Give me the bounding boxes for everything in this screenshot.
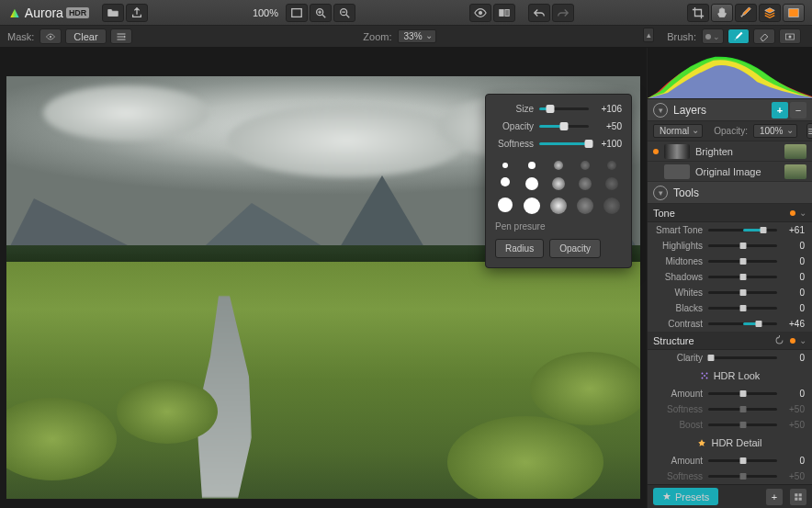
hdr-look-label: Softness (655, 404, 703, 414)
preset-menu-button[interactable] (790, 489, 806, 505)
hdr-look-value: 0 (783, 389, 805, 399)
export-button[interactable] (126, 4, 148, 22)
brush-preset[interactable] (552, 177, 565, 190)
svg-point-13 (705, 378, 707, 379)
image-canvas[interactable]: Size +106 Opacity +50 Softness +100 (0, 48, 647, 508)
structure-section-header[interactable]: Structure ⌄ (648, 332, 812, 350)
paint-brush-button[interactable] (727, 28, 750, 44)
tone-section-header[interactable]: Tone ⌄ (648, 204, 812, 222)
clear-mask-button[interactable]: Clear (65, 28, 106, 44)
brush-preset[interactable] (577, 198, 593, 214)
tone-slider[interactable] (708, 229, 777, 231)
redo-button[interactable] (552, 4, 574, 22)
clarity-slider[interactable] (708, 356, 777, 359)
undo-button[interactable] (528, 4, 550, 22)
blend-mode-dropdown[interactable]: Normal (653, 124, 703, 138)
crop-tool-button[interactable] (687, 4, 709, 22)
brush-preset[interactable] (498, 198, 513, 212)
preview-toggle-button[interactable] (469, 4, 491, 22)
modified-indicator-icon (790, 210, 795, 216)
presets-button[interactable]: ★ Presets (653, 488, 718, 505)
hdr-look-label: Boost (655, 420, 703, 430)
gradient-mask-button[interactable] (779, 28, 801, 44)
brush-tool-button[interactable] (735, 4, 757, 22)
layers-tool-button[interactable] (759, 4, 781, 22)
layers-panel-header: ▾ Layers + − (648, 99, 812, 121)
layer-active-icon (653, 149, 659, 154)
brush-preset[interactable] (525, 177, 538, 190)
logo-icon: ▲ (7, 5, 22, 21)
brush-opacity-slider[interactable] (539, 125, 589, 128)
brush-opacity-label: Opacity (495, 121, 534, 131)
brush-preset[interactable] (502, 163, 508, 168)
svg-rect-18 (799, 497, 802, 500)
tone-slider[interactable] (708, 244, 777, 247)
open-file-button[interactable] (102, 4, 124, 22)
svg-point-7 (50, 35, 51, 37)
histogram[interactable] (648, 48, 812, 99)
reset-icon[interactable] (774, 335, 784, 345)
brush-size-slider[interactable] (539, 107, 589, 110)
remove-layer-button[interactable]: − (790, 102, 806, 119)
svg-point-9 (789, 35, 792, 38)
eraser-button[interactable] (753, 28, 775, 44)
modified-indicator-icon (790, 338, 795, 344)
layers-disclosure-icon[interactable]: ▾ (653, 103, 668, 118)
brush-softness-value: +100 (594, 139, 622, 149)
zoom-label: Zoom: (363, 31, 391, 42)
add-layer-button[interactable]: + (772, 102, 788, 119)
mask-visibility-toggle[interactable] (39, 28, 62, 44)
svg-point-11 (705, 373, 707, 375)
hdr-detail-label: Softness (655, 471, 703, 481)
layer-preview-thumb (784, 164, 806, 179)
brush-preset[interactable] (607, 161, 616, 170)
tone-label: Contrast (655, 319, 703, 329)
svg-point-14 (704, 375, 705, 377)
mask-options-dropdown[interactable] (110, 28, 132, 44)
brush-preset[interactable] (528, 162, 536, 169)
brush-preset[interactable] (605, 177, 618, 190)
pen-opacity-button[interactable]: Opacity (549, 239, 601, 258)
histogram-tool-button[interactable] (783, 4, 805, 22)
tools-panel-header: ▾ Tools (648, 182, 812, 204)
hdr-detail-slider[interactable] (708, 459, 777, 462)
layer-menu-button[interactable] (806, 123, 813, 139)
add-preset-button[interactable]: + (766, 489, 783, 505)
tone-slider[interactable] (708, 307, 777, 310)
brush-preset[interactable] (603, 198, 620, 214)
layer-opacity-dropdown[interactable]: 100% (753, 124, 797, 138)
hdr-look-slider[interactable] (708, 392, 777, 395)
brush-softness-label: Softness (495, 139, 534, 149)
pen-radius-button[interactable]: Radius (495, 239, 544, 258)
tone-slider[interactable] (708, 260, 777, 263)
brush-preset[interactable] (550, 198, 567, 214)
brush-preset[interactable] (554, 161, 563, 170)
zoom-out-button[interactable] (333, 4, 355, 22)
tone-slider[interactable] (708, 322, 777, 325)
sidebar-collapse-button[interactable]: ▴ (643, 28, 654, 42)
tools-disclosure-icon[interactable]: ▾ (653, 186, 668, 200)
tone-slider[interactable] (708, 276, 777, 278)
hdr-look-label: HDR Look (648, 366, 812, 386)
brush-preset[interactable] (579, 177, 592, 190)
brush-preset[interactable] (524, 198, 540, 214)
zoom-dropdown[interactable]: 33% (398, 29, 436, 43)
brush-preset[interactable] (581, 161, 590, 170)
brush-preset-dropdown[interactable]: ⌄ (702, 28, 724, 44)
svg-point-10 (701, 373, 703, 375)
fit-screen-button[interactable] (286, 4, 308, 22)
pen-pressure-label: Pen presure (495, 221, 622, 231)
tools-scroll-area[interactable]: Tone ⌄ Smart Tone+61Highlights0Midtones0… (648, 204, 812, 484)
compare-button[interactable] (493, 4, 515, 22)
hdr-detail-value: +50 (783, 471, 805, 481)
brush-label: Brush: (667, 31, 696, 42)
brush-softness-slider[interactable] (539, 142, 589, 145)
layer-item-brighten[interactable]: Brighten (648, 141, 812, 162)
tone-slider[interactable] (708, 291, 777, 294)
layer-item-original[interactable]: Original Image (648, 162, 812, 182)
layer-options-bar: Normal Opacity: 100% (648, 121, 812, 141)
brush-preset[interactable] (501, 177, 510, 186)
zoom-in-button[interactable] (310, 4, 332, 22)
layer-mask-thumb (664, 144, 690, 159)
hand-tool-button[interactable] (711, 4, 733, 22)
